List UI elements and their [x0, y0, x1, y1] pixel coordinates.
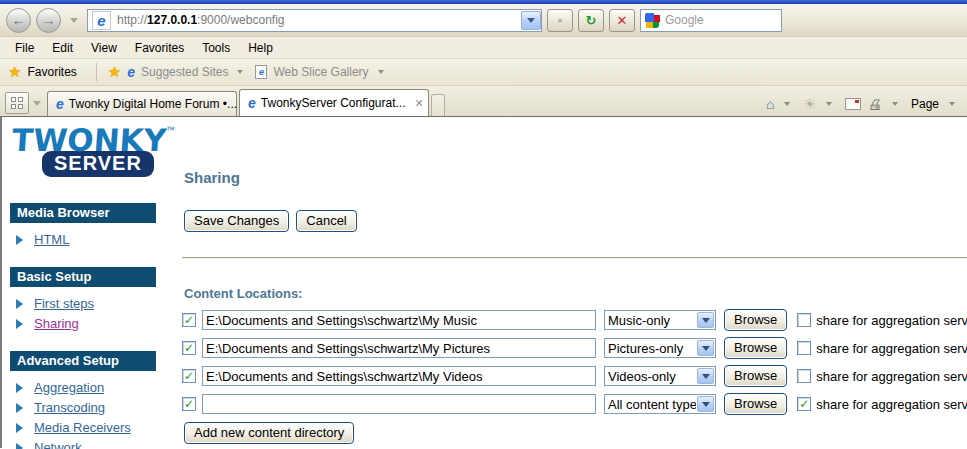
feeds-icon[interactable]: ☀ [803, 96, 816, 112]
stop-button[interactable]: ✕ [609, 9, 635, 32]
menu-edit[interactable]: Edit [43, 38, 82, 58]
enable-directory-checkbox[interactable] [182, 369, 196, 383]
search-placeholder: Google [665, 13, 704, 27]
cancel-button[interactable]: Cancel [296, 210, 356, 232]
share-aggregation-checkbox[interactable] [797, 397, 811, 411]
arrow-right-icon [16, 299, 23, 309]
chevron-down-icon[interactable] [784, 102, 790, 106]
content-type-select[interactable]: Pictures-only [604, 338, 716, 358]
mail-icon[interactable] [845, 98, 861, 110]
search-box[interactable]: Google [640, 9, 782, 32]
tab-list-dropdown[interactable] [30, 92, 44, 114]
add-favorite-icon[interactable]: ★ [108, 63, 121, 81]
chevron-down-icon[interactable] [949, 102, 955, 106]
menu-file[interactable]: File [6, 38, 43, 58]
enable-directory-checkbox[interactable] [182, 341, 196, 355]
sidebar: TWONKY™ SERVER Media Browser HTML Basic … [2, 117, 178, 448]
command-bar: ⌂ ☀ 🖨 Page [766, 96, 967, 116]
back-button[interactable]: ← [6, 8, 31, 33]
favorites-button[interactable]: Favorites [27, 65, 76, 79]
refresh-button[interactable]: ↻ [578, 9, 604, 32]
url-text[interactable]: http://127.0.0.1:9000/webconfig [117, 13, 284, 27]
menu-tools[interactable]: Tools [193, 38, 239, 58]
chevron-down-icon[interactable] [697, 312, 714, 328]
tab-twonkyserver-config[interactable]: e TwonkyServer Configurat... ✕ [239, 89, 429, 116]
sidebar-link-label[interactable]: Sharing [34, 316, 79, 331]
print-icon[interactable]: 🖨 [868, 96, 882, 112]
directory-path-input[interactable] [202, 310, 596, 330]
directory-path-input[interactable] [202, 394, 596, 414]
menu-help[interactable]: Help [239, 38, 282, 58]
logo-wordmark: TWONKY [11, 125, 167, 155]
menu-view[interactable]: View [82, 38, 126, 58]
arrow-right-icon [16, 235, 23, 245]
page-title: Sharing [184, 169, 967, 186]
suggested-sites-button[interactable]: Suggested Sites [141, 65, 228, 79]
chevron-down-icon[interactable] [826, 102, 832, 106]
sidebar-links: HTML [16, 232, 178, 247]
quick-tabs-icon [11, 97, 23, 109]
chevron-down-icon [527, 18, 535, 23]
content-locations-label: Content Locations: [184, 286, 967, 301]
browse-button[interactable]: Browse [724, 365, 787, 387]
address-dropdown-button[interactable] [521, 11, 541, 30]
share-aggregation-checkbox[interactable] [797, 369, 811, 383]
ie-icon: e [248, 95, 256, 111]
address-bar[interactable]: e http://127.0.0.1:9000/webconfig [87, 9, 542, 32]
sidebar-item-first-steps[interactable]: First steps [16, 296, 178, 311]
sidebar-link-label[interactable]: Network [34, 440, 82, 449]
close-tab-icon[interactable]: ✕ [415, 97, 424, 110]
browse-button[interactable]: Browse [724, 393, 787, 415]
sidebar-section-advanced-setup: Advanced Setup [10, 351, 156, 371]
page-menu-button[interactable]: Page [911, 97, 939, 111]
content-type-select[interactable]: Videos-only [604, 366, 716, 386]
sidebar-item-transcoding[interactable]: Transcoding [16, 400, 178, 415]
content-type-value: Videos-only [605, 369, 696, 384]
directory-path-input[interactable] [202, 338, 596, 358]
enable-directory-checkbox[interactable] [182, 313, 196, 327]
add-content-directory-button[interactable]: Add new content directory [184, 422, 354, 444]
trademark-symbol: ™ [166, 125, 175, 135]
sidebar-link-label[interactable]: HTML [34, 232, 69, 247]
share-aggregation-label: share for aggregation server [816, 397, 967, 412]
tab-label: TwonkyServer Configurat... [261, 96, 406, 110]
enable-directory-checkbox[interactable] [182, 397, 196, 411]
sidebar-item-html[interactable]: HTML [16, 232, 178, 247]
browse-button[interactable]: Browse [724, 309, 787, 331]
content-type-value: Pictures-only [605, 341, 696, 356]
save-changes-button[interactable]: Save Changes [184, 210, 289, 232]
sidebar-section-media-browser: Media Browser [10, 203, 156, 223]
sidebar-link-label[interactable]: Transcoding [34, 400, 105, 415]
menu-favorites[interactable]: Favorites [126, 38, 193, 58]
browse-button[interactable]: Browse [724, 337, 787, 359]
arrow-right-icon [16, 383, 23, 393]
chevron-down-icon[interactable] [697, 340, 714, 356]
recent-pages-dropdown-icon[interactable] [70, 18, 78, 23]
sidebar-link-label[interactable]: First steps [34, 296, 94, 311]
sidebar-item-media-receivers[interactable]: Media Receivers [16, 420, 178, 435]
new-tab-stub[interactable] [431, 94, 445, 116]
forward-button[interactable]: → [36, 8, 61, 33]
share-aggregation-checkbox[interactable] [797, 341, 811, 355]
home-icon[interactable]: ⌂ [766, 96, 774, 112]
twonky-logo: TWONKY™ SERVER [12, 125, 178, 177]
sidebar-item-sharing[interactable]: Sharing [16, 316, 178, 331]
compatibility-view-button[interactable]: ▫ [547, 9, 573, 32]
chevron-down-icon[interactable] [697, 368, 714, 384]
chevron-down-icon[interactable] [697, 396, 714, 412]
tab-twonky-forum[interactable]: e Twonky Digital Home Forum •... [47, 91, 237, 116]
content-type-select[interactable]: Music-only [604, 310, 716, 330]
sidebar-item-network[interactable]: Network [16, 440, 178, 449]
share-aggregation-checkbox[interactable] [797, 313, 811, 327]
share-aggregation-label: share for aggregation server [816, 341, 967, 356]
quick-tabs-button[interactable] [5, 92, 29, 114]
sidebar-link-label[interactable]: Media Receivers [34, 420, 131, 435]
web-slice-gallery-button[interactable]: Web Slice Gallery [273, 65, 368, 79]
sidebar-item-aggregation[interactable]: Aggregation [16, 380, 178, 395]
chevron-down-icon[interactable] [237, 70, 243, 74]
chevron-down-icon[interactable] [378, 70, 384, 74]
content-type-select[interactable]: All content types [604, 394, 716, 414]
directory-path-input[interactable] [202, 366, 596, 386]
chevron-down-icon[interactable] [892, 102, 898, 106]
sidebar-link-label[interactable]: Aggregation [34, 380, 104, 395]
